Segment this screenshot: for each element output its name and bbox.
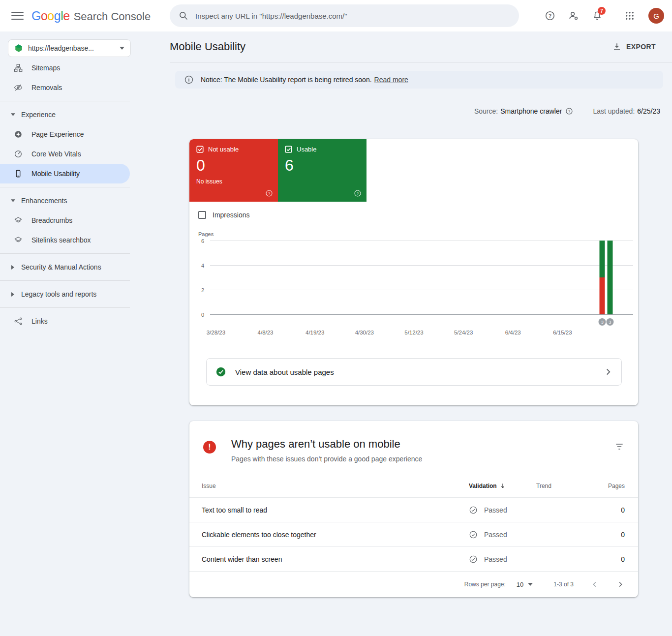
x-tick-label: 6/15/23 bbox=[553, 330, 572, 335]
sidebar-group-legacy-tools[interactable]: Legacy tools and reports bbox=[0, 284, 138, 304]
view-usable-pages-row[interactable]: View data about usable pages bbox=[206, 358, 622, 386]
avatar[interactable]: G bbox=[648, 8, 664, 24]
x-tick-label: 6/4/23 bbox=[505, 330, 521, 335]
usability-chart: Pages 0246 33 3/28/234/8/234/19/234/30/2… bbox=[198, 231, 633, 340]
table-footer: Rows per page: 10 1-3 of 3 bbox=[189, 571, 638, 597]
pages-cell: 0 bbox=[593, 506, 625, 514]
checkbox-checked-icon bbox=[285, 146, 292, 153]
filter-button[interactable] bbox=[614, 442, 624, 463]
passed-icon bbox=[469, 555, 478, 564]
menu-icon[interactable] bbox=[11, 10, 24, 21]
info-icon bbox=[184, 75, 194, 85]
table-row[interactable]: Clickable elements too close together Pa… bbox=[189, 522, 638, 546]
export-button[interactable]: EXPORT bbox=[612, 42, 656, 51]
sidebar-item-breadcrumbs[interactable]: Breadcrumbs bbox=[0, 211, 138, 230]
divider bbox=[170, 62, 672, 62]
summary-row: Not usable 0 No issues ? Usable 6 ? bbox=[189, 139, 638, 202]
divider bbox=[0, 280, 130, 281]
next-page-button[interactable] bbox=[616, 580, 625, 589]
summary-card-not-usable[interactable]: Not usable 0 No issues ? bbox=[189, 139, 278, 202]
summary-card-usable[interactable]: Usable 6 ? bbox=[278, 139, 367, 202]
topbar-actions: ? 7 G bbox=[536, 0, 672, 31]
table-row[interactable]: Content wider than screen Passed 0 bbox=[189, 546, 638, 571]
not-usable-value: 0 bbox=[196, 156, 271, 175]
manage-users-button[interactable] bbox=[564, 6, 583, 26]
help-button[interactable]: ? bbox=[540, 6, 560, 26]
previous-page-button[interactable] bbox=[590, 580, 599, 589]
sidebar-group-enhancements[interactable]: Enhancements bbox=[0, 191, 138, 211]
page-experience-icon bbox=[14, 130, 23, 139]
sidebar-group-security-manual-actions[interactable]: Security & Manual Actions bbox=[0, 257, 138, 277]
google-apps-button[interactable] bbox=[620, 6, 640, 26]
help-icon: ? bbox=[545, 10, 555, 21]
smartphone-icon bbox=[14, 169, 23, 178]
divider bbox=[0, 253, 130, 254]
search-input[interactable] bbox=[195, 12, 510, 20]
y-tick-label: 4 bbox=[201, 263, 204, 269]
passed-icon bbox=[469, 506, 478, 515]
dropdown-caret-icon bbox=[528, 583, 533, 586]
source-label: Source: bbox=[474, 107, 498, 115]
chart-bar bbox=[600, 241, 605, 314]
table-row[interactable]: Text too small to read Passed 0 bbox=[189, 497, 638, 522]
bar-segment-usable bbox=[600, 241, 605, 277]
layers-icon bbox=[14, 216, 23, 225]
y-tick-label: 6 bbox=[201, 238, 204, 244]
rows-per-page-select[interactable]: 10 bbox=[517, 581, 533, 588]
updated-label: Last updated: bbox=[593, 107, 635, 115]
y-tick-label: 0 bbox=[201, 312, 204, 318]
sidebar-item-sitemaps[interactable]: Sitemaps bbox=[0, 58, 138, 78]
help-icon[interactable]: ? bbox=[565, 107, 573, 115]
issues-title: Why pages aren’t usable on mobile bbox=[231, 438, 614, 451]
usable-value: 6 bbox=[285, 156, 360, 175]
rows-per-page-value: 10 bbox=[517, 581, 523, 588]
export-label: EXPORT bbox=[626, 43, 656, 51]
sort-descending-icon bbox=[499, 483, 506, 489]
notice-banner: Notice: The Mobile Usability report is b… bbox=[175, 71, 663, 89]
sidebar-group-label: Experience bbox=[21, 111, 56, 119]
sidebar-group-label: Legacy tools and reports bbox=[21, 290, 96, 298]
issue-cell: Text too small to read bbox=[202, 506, 469, 514]
issues-card: ! Why pages aren’t usable on mobile Page… bbox=[189, 421, 638, 597]
column-pages[interactable]: Pages bbox=[593, 483, 625, 489]
svg-text:?: ? bbox=[268, 191, 270, 196]
gridline bbox=[210, 265, 633, 266]
sidebar-item-mobile-usability[interactable]: Mobile Usability bbox=[0, 164, 130, 183]
sidebar-item-label: Core Web Vitals bbox=[31, 150, 81, 158]
source-value: Smartphone crawler bbox=[500, 107, 562, 115]
column-issue[interactable]: Issue bbox=[202, 483, 469, 489]
help-icon[interactable]: ? bbox=[354, 189, 362, 197]
view-usable-label: View data about usable pages bbox=[235, 368, 603, 376]
x-tick-label: 5/12/23 bbox=[404, 330, 423, 335]
sidebar-item-page-experience[interactable]: Page Experience bbox=[0, 124, 138, 144]
sidebar-item-core-web-vitals[interactable]: Core Web Vitals bbox=[0, 144, 138, 164]
sidebar-item-sitelinks-searchbox[interactable]: Sitelinks searchbox bbox=[0, 230, 138, 250]
url-inspection-searchbar[interactable] bbox=[170, 4, 519, 27]
checkbox-checked-icon bbox=[196, 146, 204, 153]
sidebar-item-links[interactable]: Links bbox=[0, 311, 138, 331]
column-validation-label: Validation bbox=[469, 483, 497, 489]
x-tick-label: 4/19/23 bbox=[305, 330, 324, 335]
error-icon: ! bbox=[203, 441, 216, 454]
property-selector[interactable]: https://leadgenbase... bbox=[8, 39, 131, 57]
property-label: https://leadgenbase... bbox=[28, 44, 120, 52]
divider bbox=[0, 187, 130, 187]
help-icon[interactable]: ? bbox=[265, 189, 273, 197]
app-logo: Google Search Console bbox=[31, 0, 151, 31]
read-more-link[interactable]: Read more bbox=[374, 76, 408, 84]
column-validation[interactable]: Validation bbox=[469, 483, 536, 489]
validation-cell: Passed bbox=[469, 506, 536, 515]
notification-badge: 7 bbox=[598, 7, 606, 15]
gridline bbox=[210, 290, 633, 290]
updated-value: 6/25/23 bbox=[637, 107, 660, 115]
column-trend[interactable]: Trend bbox=[536, 483, 593, 489]
impressions-checkbox[interactable]: Impressions bbox=[198, 211, 638, 219]
collapsed-arrow-icon bbox=[10, 292, 15, 297]
notifications-button[interactable]: 7 bbox=[587, 6, 607, 26]
divider bbox=[0, 307, 130, 308]
divider bbox=[0, 101, 130, 101]
pagination-range: 1-3 of 3 bbox=[553, 581, 574, 588]
sidebar-item-removals[interactable]: Removals bbox=[0, 78, 138, 97]
sidebar-group-experience[interactable]: Experience bbox=[0, 105, 138, 124]
issues-header: ! Why pages aren’t usable on mobile Page… bbox=[189, 421, 638, 463]
